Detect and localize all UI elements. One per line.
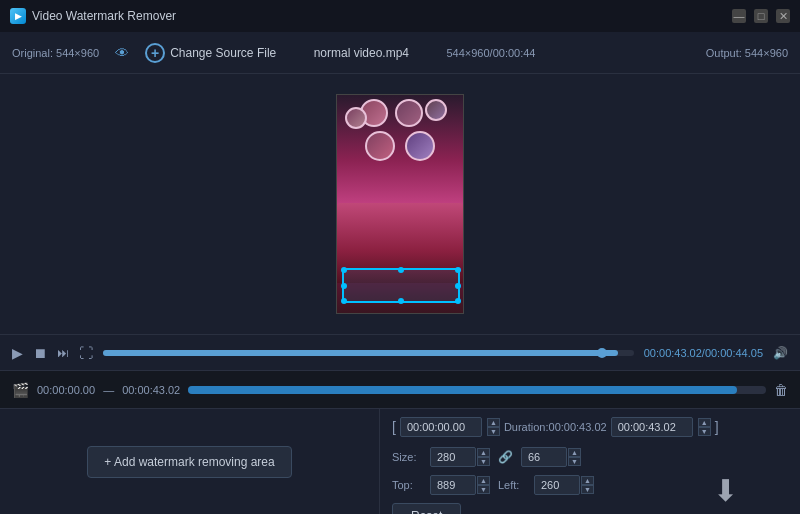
filename-label: normal video.mp4 [292,46,430,60]
time-display: 00:00:43.02/00:00:44.05 [644,347,763,359]
app-icon: ▶ [10,8,26,24]
timeline-fill [188,386,737,394]
height-down[interactable]: ▼ [568,457,581,466]
link-icon[interactable]: 🔗 [498,450,513,464]
title-bar: ▶ Video Watermark Remover — □ ✕ [0,0,800,32]
add-circle-icon: + [145,43,165,63]
timeline-row: 🎬 00:00:00.00 — 00:00:43.02 🗑 [0,370,800,408]
volume-icon[interactable]: 🔊 [773,346,788,360]
width-input[interactable] [430,447,476,467]
file-info-label: 544×960/00:00:44 [446,47,535,59]
height-spinner-group: ▲ ▼ [521,447,581,467]
original-size-label: Original: 544×960 [12,47,99,59]
left-down[interactable]: ▼ [581,485,594,494]
timeline-start: 00:00:00.00 [37,384,95,396]
start-time-input[interactable] [400,417,482,437]
right-panel: [ ▲ ▼ Duration:00:00:43.02 ▲ ▼ ] Size: [380,408,800,514]
reset-button[interactable]: Reset [392,503,461,514]
width-down[interactable]: ▼ [477,457,490,466]
left-input[interactable] [534,475,580,495]
maximize-button[interactable]: □ [754,9,768,23]
play-button[interactable]: ▶ [12,345,23,361]
width-spinner-group: ▲ ▼ [430,447,490,467]
top-up[interactable]: ▲ [477,476,490,485]
minimize-button[interactable]: — [732,9,746,23]
end-time-up[interactable]: ▲ [698,418,711,427]
width-spinner: ▲ ▼ [477,448,490,466]
top-spinner-group: ▲ ▼ [430,475,490,495]
duration-label: Duration:00:00:43.02 [504,421,607,433]
top-down[interactable]: ▼ [477,485,490,494]
stop-button[interactable]: ⏹ [33,345,47,361]
start-time-down[interactable]: ▼ [487,427,500,436]
bottom-panel: + Add watermark removing area [ ▲ ▼ Dura… [0,408,800,514]
top-label: Top: [392,479,422,491]
eye-icon[interactable]: 👁 [115,45,129,61]
app-title: Video Watermark Remover [32,9,732,23]
output-size-label: Output: 544×960 [706,47,788,59]
height-up[interactable]: ▲ [568,448,581,457]
add-watermark-area-button[interactable]: + Add watermark removing area [87,446,291,478]
end-time-spinner: ▲ ▼ [698,418,711,436]
progress-bar[interactable] [103,350,634,356]
position-row: Top: ▲ ▼ Left: ▲ ▼ [392,475,788,495]
start-time-spinner: ▲ ▼ [487,418,500,436]
end-time-input[interactable] [611,417,693,437]
right-bracket: ] [715,419,719,435]
height-input[interactable] [521,447,567,467]
add-area-label: + Add watermark removing area [104,455,274,469]
close-button[interactable]: ✕ [776,9,790,23]
top-input[interactable] [430,475,476,495]
video-background [337,95,463,313]
fullscreen-button[interactable]: ⛶ [79,345,93,361]
main-content [0,74,800,334]
timeline-end: 00:00:43.02 [122,384,180,396]
timeline-icon: 🎬 [12,382,29,398]
width-up[interactable]: ▲ [477,448,490,457]
delete-clip-icon[interactable]: 🗑 [774,382,788,398]
left-up[interactable]: ▲ [581,476,594,485]
start-time-up[interactable]: ▲ [487,418,500,427]
timeline-track[interactable] [188,386,766,394]
height-spinner: ▲ ▼ [568,448,581,466]
timeline-separator: — [103,384,114,396]
left-panel: + Add watermark removing area [0,408,380,514]
selection-box[interactable] [342,268,460,303]
toolbar: Original: 544×960 👁 + Change Source File… [0,32,800,74]
step-forward-button[interactable]: ⏭ [57,346,69,360]
video-preview [336,94,464,314]
controls-bar: ▶ ⏹ ⏭ ⛶ 00:00:43.02/00:00:44.05 🔊 [0,334,800,370]
change-source-label: Change Source File [170,46,276,60]
size-label: Size: [392,451,422,463]
left-label: Left: [498,479,526,491]
left-spinner: ▲ ▼ [581,476,594,494]
top-spinner: ▲ ▼ [477,476,490,494]
size-row: Size: ▲ ▼ 🔗 ▲ ▼ [392,447,788,467]
video-area [0,74,800,334]
end-time-down[interactable]: ▼ [698,427,711,436]
change-source-button[interactable]: + Change Source File [145,43,276,63]
left-spinner-group: ▲ ▼ [534,475,594,495]
window-controls: — □ ✕ [732,9,790,23]
left-bracket: [ [392,419,396,435]
time-range-row: [ ▲ ▼ Duration:00:00:43.02 ▲ ▼ ] [392,417,788,437]
